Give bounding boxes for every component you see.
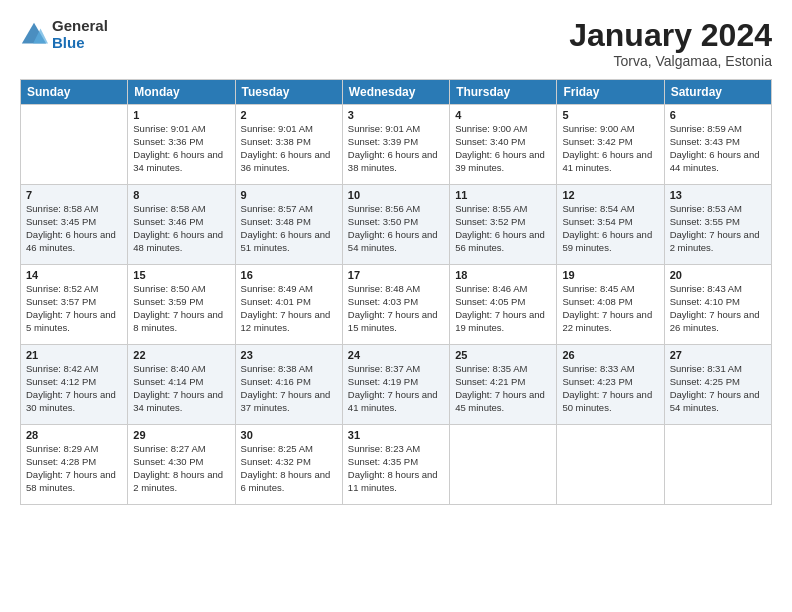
day-number: 27: [670, 349, 766, 361]
day-info: Sunrise: 8:49 AM Sunset: 4:01 PM Dayligh…: [241, 283, 337, 334]
day-number: 29: [133, 429, 229, 441]
day-cell: 17Sunrise: 8:48 AM Sunset: 4:03 PM Dayli…: [342, 265, 449, 345]
day-number: 18: [455, 269, 551, 281]
day-number: 30: [241, 429, 337, 441]
logo: General Blue: [20, 18, 108, 51]
day-number: 13: [670, 189, 766, 201]
day-number: 25: [455, 349, 551, 361]
day-cell: 12Sunrise: 8:54 AM Sunset: 3:54 PM Dayli…: [557, 185, 664, 265]
week-row-2: 7Sunrise: 8:58 AM Sunset: 3:45 PM Daylig…: [21, 185, 772, 265]
day-info: Sunrise: 8:38 AM Sunset: 4:16 PM Dayligh…: [241, 363, 337, 414]
day-number: 7: [26, 189, 122, 201]
day-info: Sunrise: 8:59 AM Sunset: 3:43 PM Dayligh…: [670, 123, 766, 174]
day-cell: 7Sunrise: 8:58 AM Sunset: 3:45 PM Daylig…: [21, 185, 128, 265]
day-info: Sunrise: 8:58 AM Sunset: 3:46 PM Dayligh…: [133, 203, 229, 254]
day-cell: 26Sunrise: 8:33 AM Sunset: 4:23 PM Dayli…: [557, 345, 664, 425]
day-number: 2: [241, 109, 337, 121]
day-number: 19: [562, 269, 658, 281]
day-cell: 9Sunrise: 8:57 AM Sunset: 3:48 PM Daylig…: [235, 185, 342, 265]
day-number: 5: [562, 109, 658, 121]
title-block: January 2024 Torva, Valgamaa, Estonia: [569, 18, 772, 69]
day-cell: 15Sunrise: 8:50 AM Sunset: 3:59 PM Dayli…: [128, 265, 235, 345]
day-number: 24: [348, 349, 444, 361]
day-info: Sunrise: 8:40 AM Sunset: 4:14 PM Dayligh…: [133, 363, 229, 414]
day-cell: 27Sunrise: 8:31 AM Sunset: 4:25 PM Dayli…: [664, 345, 771, 425]
day-cell: 28Sunrise: 8:29 AM Sunset: 4:28 PM Dayli…: [21, 425, 128, 505]
day-info: Sunrise: 8:27 AM Sunset: 4:30 PM Dayligh…: [133, 443, 229, 494]
week-row-1: 1Sunrise: 9:01 AM Sunset: 3:36 PM Daylig…: [21, 105, 772, 185]
day-info: Sunrise: 9:01 AM Sunset: 3:36 PM Dayligh…: [133, 123, 229, 174]
day-info: Sunrise: 9:00 AM Sunset: 3:40 PM Dayligh…: [455, 123, 551, 174]
day-cell: 11Sunrise: 8:55 AM Sunset: 3:52 PM Dayli…: [450, 185, 557, 265]
day-number: 10: [348, 189, 444, 201]
header-friday: Friday: [557, 80, 664, 105]
day-info: Sunrise: 9:01 AM Sunset: 3:39 PM Dayligh…: [348, 123, 444, 174]
day-info: Sunrise: 9:01 AM Sunset: 3:38 PM Dayligh…: [241, 123, 337, 174]
day-cell: 31Sunrise: 8:23 AM Sunset: 4:35 PM Dayli…: [342, 425, 449, 505]
day-number: 6: [670, 109, 766, 121]
day-number: 4: [455, 109, 551, 121]
day-cell: 13Sunrise: 8:53 AM Sunset: 3:55 PM Dayli…: [664, 185, 771, 265]
header-monday: Monday: [128, 80, 235, 105]
day-info: Sunrise: 8:37 AM Sunset: 4:19 PM Dayligh…: [348, 363, 444, 414]
day-cell: 22Sunrise: 8:40 AM Sunset: 4:14 PM Dayli…: [128, 345, 235, 425]
day-number: 11: [455, 189, 551, 201]
logo-blue-text: Blue: [52, 35, 108, 52]
day-info: Sunrise: 8:53 AM Sunset: 3:55 PM Dayligh…: [670, 203, 766, 254]
day-cell: 6Sunrise: 8:59 AM Sunset: 3:43 PM Daylig…: [664, 105, 771, 185]
day-cell: [450, 425, 557, 505]
day-number: 14: [26, 269, 122, 281]
day-cell: 23Sunrise: 8:38 AM Sunset: 4:16 PM Dayli…: [235, 345, 342, 425]
day-cell: 18Sunrise: 8:46 AM Sunset: 4:05 PM Dayli…: [450, 265, 557, 345]
logo-text: General Blue: [52, 18, 108, 51]
page: General Blue January 2024 Torva, Valgama…: [0, 0, 792, 612]
day-cell: 20Sunrise: 8:43 AM Sunset: 4:10 PM Dayli…: [664, 265, 771, 345]
day-cell: 19Sunrise: 8:45 AM Sunset: 4:08 PM Dayli…: [557, 265, 664, 345]
day-cell: [557, 425, 664, 505]
day-number: 22: [133, 349, 229, 361]
logo-icon: [20, 21, 48, 49]
day-info: Sunrise: 9:00 AM Sunset: 3:42 PM Dayligh…: [562, 123, 658, 174]
day-cell: 29Sunrise: 8:27 AM Sunset: 4:30 PM Dayli…: [128, 425, 235, 505]
header-thursday: Thursday: [450, 80, 557, 105]
day-info: Sunrise: 8:58 AM Sunset: 3:45 PM Dayligh…: [26, 203, 122, 254]
day-number: 16: [241, 269, 337, 281]
day-number: 20: [670, 269, 766, 281]
day-info: Sunrise: 8:42 AM Sunset: 4:12 PM Dayligh…: [26, 363, 122, 414]
logo-general-text: General: [52, 18, 108, 35]
day-info: Sunrise: 8:43 AM Sunset: 4:10 PM Dayligh…: [670, 283, 766, 334]
day-cell: [664, 425, 771, 505]
day-number: 8: [133, 189, 229, 201]
day-cell: 25Sunrise: 8:35 AM Sunset: 4:21 PM Dayli…: [450, 345, 557, 425]
day-info: Sunrise: 8:23 AM Sunset: 4:35 PM Dayligh…: [348, 443, 444, 494]
day-cell: 14Sunrise: 8:52 AM Sunset: 3:57 PM Dayli…: [21, 265, 128, 345]
day-number: 3: [348, 109, 444, 121]
day-number: 1: [133, 109, 229, 121]
day-info: Sunrise: 8:45 AM Sunset: 4:08 PM Dayligh…: [562, 283, 658, 334]
day-cell: 1Sunrise: 9:01 AM Sunset: 3:36 PM Daylig…: [128, 105, 235, 185]
day-cell: 21Sunrise: 8:42 AM Sunset: 4:12 PM Dayli…: [21, 345, 128, 425]
day-cell: [21, 105, 128, 185]
day-info: Sunrise: 8:48 AM Sunset: 4:03 PM Dayligh…: [348, 283, 444, 334]
week-row-5: 28Sunrise: 8:29 AM Sunset: 4:28 PM Dayli…: [21, 425, 772, 505]
day-info: Sunrise: 8:56 AM Sunset: 3:50 PM Dayligh…: [348, 203, 444, 254]
day-cell: 2Sunrise: 9:01 AM Sunset: 3:38 PM Daylig…: [235, 105, 342, 185]
day-info: Sunrise: 8:31 AM Sunset: 4:25 PM Dayligh…: [670, 363, 766, 414]
day-cell: 4Sunrise: 9:00 AM Sunset: 3:40 PM Daylig…: [450, 105, 557, 185]
day-number: 23: [241, 349, 337, 361]
header-tuesday: Tuesday: [235, 80, 342, 105]
day-info: Sunrise: 8:29 AM Sunset: 4:28 PM Dayligh…: [26, 443, 122, 494]
location: Torva, Valgamaa, Estonia: [569, 53, 772, 69]
day-cell: 10Sunrise: 8:56 AM Sunset: 3:50 PM Dayli…: [342, 185, 449, 265]
header-wednesday: Wednesday: [342, 80, 449, 105]
day-number: 26: [562, 349, 658, 361]
day-cell: 5Sunrise: 9:00 AM Sunset: 3:42 PM Daylig…: [557, 105, 664, 185]
week-row-4: 21Sunrise: 8:42 AM Sunset: 4:12 PM Dayli…: [21, 345, 772, 425]
day-number: 9: [241, 189, 337, 201]
day-info: Sunrise: 8:35 AM Sunset: 4:21 PM Dayligh…: [455, 363, 551, 414]
day-cell: 16Sunrise: 8:49 AM Sunset: 4:01 PM Dayli…: [235, 265, 342, 345]
day-number: 28: [26, 429, 122, 441]
day-info: Sunrise: 8:52 AM Sunset: 3:57 PM Dayligh…: [26, 283, 122, 334]
day-cell: 30Sunrise: 8:25 AM Sunset: 4:32 PM Dayli…: [235, 425, 342, 505]
day-info: Sunrise: 8:57 AM Sunset: 3:48 PM Dayligh…: [241, 203, 337, 254]
